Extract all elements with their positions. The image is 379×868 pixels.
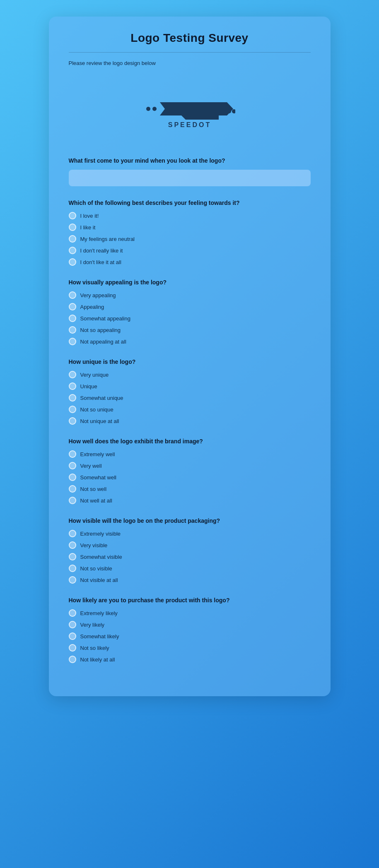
radio-group-q5: Extremely wellVery wellSomewhat wellNot …: [69, 450, 311, 504]
radio-input-q4-4[interactable]: [69, 417, 76, 425]
radio-input-q7-3[interactable]: [69, 644, 76, 652]
radio-input-q2-4[interactable]: [69, 258, 76, 266]
question-section-q4: How unique is the logo?Very uniqueUnique…: [69, 358, 311, 425]
radio-input-q3-3[interactable]: [69, 326, 76, 334]
radio-item[interactable]: Very likely: [69, 621, 311, 628]
radio-input-q4-2[interactable]: [69, 394, 76, 402]
radio-item[interactable]: Very visible: [69, 541, 311, 549]
radio-input-q6-3[interactable]: [69, 565, 76, 572]
question-label-q5: How well does the logo exhibit the brand…: [69, 438, 311, 445]
radio-input-q3-0[interactable]: [69, 291, 76, 299]
radio-label-q5-2: Somewhat well: [80, 474, 116, 481]
radio-item[interactable]: Not appealing at all: [69, 338, 311, 345]
radio-item[interactable]: Somewhat unique: [69, 394, 311, 402]
radio-item[interactable]: Not so visible: [69, 565, 311, 572]
radio-input-q5-2[interactable]: [69, 474, 76, 481]
radio-group-q6: Extremely visibleVery visibleSomewhat vi…: [69, 530, 311, 584]
radio-input-q3-2[interactable]: [69, 315, 76, 322]
radio-item[interactable]: Extremely well: [69, 450, 311, 458]
logo-container: SPEEDOT: [69, 79, 311, 145]
radio-input-q4-3[interactable]: [69, 406, 76, 413]
radio-label-q4-3: Not so unique: [80, 406, 113, 413]
radio-label-q7-0: Extremely likely: [80, 610, 118, 616]
radio-input-q6-2[interactable]: [69, 553, 76, 560]
svg-point-4: [227, 109, 231, 113]
radio-input-q7-0[interactable]: [69, 609, 76, 617]
radio-item[interactable]: Somewhat appealing: [69, 315, 311, 322]
radio-label-q2-0: I love it!: [80, 213, 99, 219]
radio-item[interactable]: Not well at all: [69, 497, 311, 504]
radio-input-q7-4[interactable]: [69, 656, 76, 663]
radio-label-q4-4: Not unique at all: [80, 418, 119, 424]
radio-input-q5-4[interactable]: [69, 497, 76, 504]
radio-label-q5-0: Extremely well: [80, 451, 115, 457]
radio-item[interactable]: Not likely at all: [69, 656, 311, 663]
radio-item[interactable]: Somewhat visible: [69, 553, 311, 560]
radio-item[interactable]: Very well: [69, 462, 311, 469]
radio-input-q2-0[interactable]: [69, 212, 76, 219]
radio-label-q3-1: Appealing: [80, 304, 104, 310]
radio-item[interactable]: Not so unique: [69, 406, 311, 413]
radio-item[interactable]: Not visible at all: [69, 576, 311, 584]
radio-item[interactable]: Unique: [69, 382, 311, 390]
radio-item[interactable]: I like it: [69, 224, 311, 231]
radio-input-q2-3[interactable]: [69, 247, 76, 254]
radio-label-q6-1: Very visible: [80, 542, 108, 548]
radio-item[interactable]: Extremely likely: [69, 609, 311, 617]
radio-label-q2-3: I don't really like it: [80, 248, 123, 254]
radio-input-q5-1[interactable]: [69, 462, 76, 469]
radio-label-q3-0: Very appealing: [80, 292, 116, 298]
radio-input-q3-4[interactable]: [69, 338, 76, 345]
radio-input-q2-1[interactable]: [69, 224, 76, 231]
radio-label-q5-1: Very well: [80, 463, 102, 469]
svg-point-0: [146, 107, 150, 111]
question-section-q6: How visible will the logo be on the prod…: [69, 517, 311, 584]
radio-item[interactable]: Not so appealing: [69, 326, 311, 334]
svg-point-5: [232, 109, 235, 113]
question-label-q3: How visually appealing is the logo?: [69, 279, 311, 286]
radio-input-q6-4[interactable]: [69, 576, 76, 584]
radio-input-q5-3[interactable]: [69, 485, 76, 493]
radio-item[interactable]: Appealing: [69, 303, 311, 310]
question-label-q7: How likely are you to purchase the produ…: [69, 597, 311, 604]
speedot-logo: SPEEDOT: [144, 93, 235, 130]
radio-input-q6-1[interactable]: [69, 541, 76, 549]
radio-item[interactable]: Not so well: [69, 485, 311, 493]
radio-input-q6-0[interactable]: [69, 530, 76, 537]
radio-label-q2-2: My feelings are neutral: [80, 236, 135, 242]
radio-label-q2-4: I don't like it at all: [80, 259, 121, 265]
radio-label-q7-4: Not likely at all: [80, 656, 115, 663]
radio-item[interactable]: My feelings are neutral: [69, 235, 311, 243]
radio-input-q2-2[interactable]: [69, 235, 76, 243]
radio-label-q6-3: Not so visible: [80, 565, 112, 572]
radio-label-q7-2: Somewhat likely: [80, 633, 119, 640]
question-section-q5: How well does the logo exhibit the brand…: [69, 438, 311, 504]
question-label-q4: How unique is the logo?: [69, 358, 311, 365]
radio-item[interactable]: Not so likely: [69, 644, 311, 652]
radio-input-q3-1[interactable]: [69, 303, 76, 310]
radio-label-q3-3: Not so appealing: [80, 327, 121, 333]
radio-item[interactable]: Extremely visible: [69, 530, 311, 537]
radio-item[interactable]: Very appealing: [69, 291, 311, 299]
radio-input-q7-2[interactable]: [69, 632, 76, 640]
radio-item[interactable]: Very unique: [69, 371, 311, 378]
radio-item[interactable]: Somewhat likely: [69, 632, 311, 640]
radio-input-q5-0[interactable]: [69, 450, 76, 458]
radio-label-q6-2: Somewhat visible: [80, 554, 122, 560]
radio-item[interactable]: Not unique at all: [69, 417, 311, 425]
questions-container: What first come to your mind when you lo…: [69, 157, 311, 663]
radio-label-q3-2: Somewhat appealing: [80, 315, 130, 322]
radio-item[interactable]: I don't like it at all: [69, 258, 311, 266]
radio-item[interactable]: I love it!: [69, 212, 311, 219]
text-input-q1[interactable]: [69, 170, 311, 186]
divider: [69, 52, 311, 53]
radio-input-q4-1[interactable]: [69, 382, 76, 390]
radio-item[interactable]: Somewhat well: [69, 474, 311, 481]
survey-subtitle: Please review the logo design below: [69, 60, 311, 66]
radio-label-q5-3: Not so well: [80, 486, 107, 492]
radio-group-q4: Very uniqueUniqueSomewhat uniqueNot so u…: [69, 371, 311, 425]
radio-input-q4-0[interactable]: [69, 371, 76, 378]
radio-group-q2: I love it!I like itMy feelings are neutr…: [69, 212, 311, 266]
radio-input-q7-1[interactable]: [69, 621, 76, 628]
radio-item[interactable]: I don't really like it: [69, 247, 311, 254]
